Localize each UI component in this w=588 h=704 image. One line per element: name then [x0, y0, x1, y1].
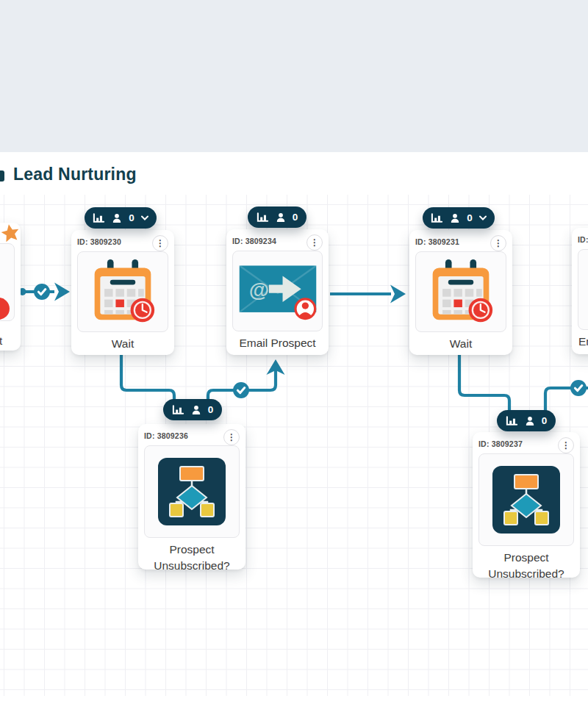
node-icon-box: @	[232, 251, 323, 331]
node-label-fragment: t	[0, 334, 2, 347]
stats-count: 0	[293, 212, 298, 223]
star-icon	[0, 222, 21, 244]
envelope-arrow-icon: @	[237, 259, 319, 323]
bar-chart-icon	[172, 405, 184, 415]
svg-text:@: @	[248, 279, 268, 301]
flowchart-decision-icon	[155, 455, 229, 528]
node-icon-box	[578, 249, 588, 330]
connector-wait2-to-decision2	[459, 355, 509, 412]
node-id: ID: 3809237	[478, 437, 523, 448]
node-wait1[interactable]: ID: 3809230 ⋮ Wait	[71, 230, 174, 355]
connector-wait1-to-decision1	[121, 355, 174, 401]
node-id: ID: 3809230	[77, 235, 121, 246]
calendar-clock-icon	[89, 258, 157, 326]
node-icon-box	[77, 251, 168, 332]
node-icon-box	[144, 445, 240, 538]
stats-pill-email1[interactable]: 0	[248, 206, 306, 228]
node-icon-box	[478, 453, 574, 546]
node-prospect-unsubscribed2[interactable]: ID: 3809237 ⋮ Prospect Unsubscribed?	[473, 432, 580, 578]
node-partial-right[interactable]: ID: 3 ⋮ Em	[572, 228, 588, 354]
node-icon-box	[415, 251, 506, 332]
kebab-vertical-dots-icon: ⋮	[227, 433, 236, 442]
node-prospect-unsubscribed1[interactable]: ID: 3809236 ⋮ Prospect Unsubscribed?	[138, 424, 245, 570]
node-label: Prospect Unsubscribed?	[478, 546, 574, 582]
bar-chart-icon	[431, 213, 443, 223]
node-label: Wait	[77, 332, 168, 352]
node-menu-button[interactable]: ⋮	[490, 235, 506, 251]
node-email-prospect[interactable]: ID: 3809234 ⋮ @ Email Prospect	[226, 229, 329, 355]
chevron-down-icon	[479, 215, 487, 220]
node-menu-button[interactable]: ⋮	[558, 437, 574, 453]
stats-count: 0	[129, 212, 135, 223]
flowchart-decision-icon	[490, 463, 563, 536]
campaign-map-page: Lead Nurturing 0	[0, 0, 588, 704]
arrowhead-right-icon	[390, 285, 406, 303]
bar-chart-icon	[257, 212, 269, 223]
person-icon	[276, 212, 286, 223]
node-id: ID: 3809231	[415, 235, 459, 246]
checkmark-circle-icon[interactable]	[34, 284, 50, 300]
node-label: Em	[578, 330, 588, 350]
stats-count: 0	[467, 212, 473, 223]
kebab-vertical-dots-icon: ⋮	[310, 238, 319, 247]
node-id: ID: 3809234	[232, 234, 276, 245]
node-menu-button[interactable]: ⋮	[223, 429, 240, 445]
stats-pill-wait2[interactable]: 0	[423, 207, 495, 229]
person-icon	[450, 213, 460, 223]
kebab-vertical-dots-icon: ⋮	[494, 239, 503, 248]
person-icon	[525, 416, 535, 426]
node-id: ID: 3809236	[144, 429, 188, 440]
stats-pill-decision2[interactable]: 0	[497, 410, 556, 431]
kebab-vertical-dots-icon: ⋮	[156, 239, 165, 248]
bar-chart-icon	[506, 416, 518, 426]
checkmark-circle-icon[interactable]	[233, 382, 249, 398]
stats-count: 0	[542, 415, 548, 426]
chevron-down-icon	[141, 215, 148, 220]
kebab-vertical-dots-icon: ⋮	[562, 441, 570, 450]
node-label: Email Prospect	[232, 331, 323, 351]
arrowhead-right-icon	[54, 283, 70, 301]
checkmark-circle-icon[interactable]	[570, 380, 587, 396]
person-icon	[112, 213, 122, 223]
bar-chart-icon	[93, 213, 105, 223]
node-wait2[interactable]: ID: 3809231 ⋮ Wait	[409, 230, 512, 355]
node-label: Wait	[415, 332, 506, 352]
calendar-clock-icon	[427, 258, 495, 326]
stats-pill-decision1[interactable]: 0	[163, 399, 222, 420]
stats-pill-wait1[interactable]: 0	[85, 207, 157, 229]
stats-count: 0	[208, 404, 214, 415]
person-icon	[191, 405, 201, 415]
node-label: Prospect Unsubscribed?	[144, 538, 240, 574]
node-menu-button[interactable]: ⋮	[306, 234, 323, 251]
node-menu-button[interactable]: ⋮	[152, 235, 168, 251]
node-id: ID: 3	[578, 233, 588, 244]
